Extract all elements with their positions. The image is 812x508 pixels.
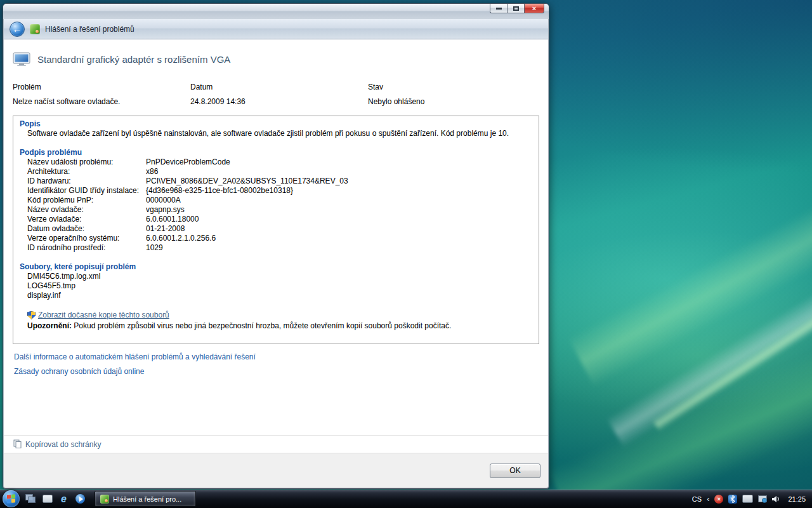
signature-label: Kód problému PnP: <box>27 196 146 205</box>
signature-row: ID národního prostředí: 1029 <box>27 243 532 253</box>
signature-label: Název události problému: <box>27 157 146 167</box>
status-value: Nebylo ohlášeno <box>368 97 539 106</box>
signature-value: PCI\VEN_8086&DEV_2A02&SUBSYS_110E1734&RE… <box>146 177 348 186</box>
taskbar-button-problem-reports[interactable]: Hlášení a řešení pro... <box>95 491 196 507</box>
close-icon: × <box>532 4 536 12</box>
column-headers: Problém Datum Stav <box>13 83 539 91</box>
signature-value: x86 <box>146 167 158 177</box>
back-arrow-icon: ← <box>13 23 22 34</box>
problem-row: Nelze načíst software ovladače. 24.8.200… <box>13 97 539 106</box>
view-copies-link[interactable]: Zobrazit dočasné kopie těchto souborů <box>38 311 169 320</box>
column-date: Datum <box>190 83 368 91</box>
uac-shield-icon <box>27 311 36 319</box>
signature-row: Název události problému: PnPDeviceProble… <box>27 157 532 167</box>
language-indicator[interactable]: CS <box>692 495 702 503</box>
navigation-bar: ← Hlášení a řešení problémů <box>4 19 548 39</box>
file-item: LOG45F5.tmp <box>27 281 532 291</box>
page-title: Standardní grafický adaptér s rozlišením… <box>37 54 230 65</box>
copy-to-clipboard-row: Kopírovat do schránky <box>4 435 548 453</box>
signature-label: ID národního prostředí: <box>27 243 146 253</box>
app-icon <box>30 24 40 34</box>
signature-value: 1029 <box>146 243 163 253</box>
volume-icon[interactable] <box>772 495 780 503</box>
system-tray: CS ‹ × 21:25 <box>692 494 812 504</box>
signature-value: {4d36e968-e325-11ce-bfc1-08002be10318} <box>146 186 293 196</box>
ok-button[interactable]: OK <box>490 464 540 478</box>
taskbar-button-label: Hlášení a řešení pro... <box>113 495 181 503</box>
aurora-streak <box>568 152 812 388</box>
minimize-icon <box>496 8 502 10</box>
description-heading: Popis <box>20 119 532 129</box>
problem-details-box: Popis Software ovladače zařízení byl úsp… <box>13 116 539 344</box>
description-text: Software ovladače zařízení byl úspěšně n… <box>27 129 532 138</box>
copy-icon <box>13 439 22 449</box>
back-button[interactable]: ← <box>10 22 25 37</box>
taskbar-clock[interactable]: 21:25 <box>788 495 806 503</box>
column-problem: Problém <box>13 83 190 91</box>
taskbar: e Hlášení a řešení pro... CS ‹ × 21:25 <box>0 490 812 508</box>
window-problem-reports: × ← Hlášení a řešení problémů <box>3 3 549 489</box>
problem-reports-icon <box>100 495 109 504</box>
keyboard-icon[interactable] <box>742 495 753 503</box>
signature-row: Verze ovladače: 6.0.6001.18000 <box>27 215 532 224</box>
close-button[interactable]: × <box>524 4 544 13</box>
window-title: Hlášení a řešení problémů <box>45 25 134 34</box>
date-value: 24.8.2009 14:36 <box>190 97 368 106</box>
warning-text: Upozornění: Pokud problém způsobil virus… <box>27 321 532 331</box>
quick-launch: e <box>25 493 86 504</box>
switch-windows-icon[interactable] <box>25 493 36 504</box>
security-alert-icon[interactable]: × <box>714 495 723 504</box>
signature-label: Název ovladače: <box>27 205 146 215</box>
signature-value: 6.0.6001.2.1.0.256.6 <box>146 234 216 243</box>
signature-value: PnPDeviceProblemCode <box>146 157 230 167</box>
signature-label: Verze operačního systému: <box>27 234 146 243</box>
signature-label: Architektura: <box>27 167 146 177</box>
copy-to-clipboard-link[interactable]: Kopírovat do schránky <box>25 440 101 449</box>
signature-label: ID hardwaru: <box>27 177 146 186</box>
privacy-link[interactable]: Zásady ochrany osobních údajů online <box>14 367 539 376</box>
maximize-button[interactable] <box>507 4 524 13</box>
page-header: Standardní grafický adaptér s rozlišením… <box>13 52 539 66</box>
hidden-icons-chevron[interactable]: ‹ <box>707 494 709 504</box>
signature-row: Architektura: x86 <box>27 167 532 177</box>
signature-label: Identifikátor GUID třídy instalace: <box>27 186 146 196</box>
signature-row: Identifikátor GUID třídy instalace: {4d3… <box>27 186 532 196</box>
bluetooth-icon[interactable] <box>728 495 737 504</box>
dialog-footer: OK <box>4 453 548 488</box>
signature-value: 0000000A <box>146 196 181 205</box>
file-item: DMI45C6.tmp.log.xml <box>27 272 532 281</box>
aurora-streak <box>652 274 812 431</box>
warning-label: Upozornění: <box>27 321 72 330</box>
signature-row: Verze operačního systému: 6.0.6001.2.1.0… <box>27 234 532 243</box>
main-content: Standardní grafický adaptér s rozlišením… <box>4 39 548 435</box>
signature-label: Datum ovladače: <box>27 224 146 234</box>
windows-flag-icon <box>7 494 15 503</box>
aurora-streak <box>548 299 812 508</box>
signature-row: Název ovladače: vgapnp.sys <box>27 205 532 215</box>
network-icon[interactable] <box>758 495 767 503</box>
signature-row: Datum ovladače: 01-21-2008 <box>27 224 532 234</box>
signature-row: ID hardwaru: PCI\VEN_8086&DEV_2A02&SUBSY… <box>27 177 532 186</box>
signature-heading: Podpis problému <box>20 148 532 157</box>
files-heading: Soubory, které popisují problém <box>20 262 532 272</box>
media-player-icon[interactable] <box>75 493 86 504</box>
internet-explorer-icon[interactable]: e <box>58 493 69 504</box>
display-adapter-icon <box>13 52 30 66</box>
signature-value: 01-21-2008 <box>146 224 185 234</box>
view-copies-row: Zobrazit dočasné kopie těchto souborů <box>27 311 532 320</box>
signature-value: 6.0.6001.18000 <box>146 215 199 224</box>
show-desktop-icon[interactable] <box>42 493 53 504</box>
start-button[interactable] <box>3 490 20 507</box>
maximize-icon <box>513 6 519 11</box>
aurora-streak <box>606 235 812 448</box>
signature-row: Kód problému PnP: 0000000A <box>27 196 532 205</box>
window-titlebar[interactable]: × <box>3 4 549 19</box>
column-status: Stav <box>368 83 539 91</box>
signature-value: vgapnp.sys <box>146 205 185 215</box>
file-item: display.inf <box>27 291 532 300</box>
more-info-link[interactable]: Další informace o automatickém hlášení p… <box>14 352 539 361</box>
desktop: × ← Hlášení a řešení problémů <box>0 0 812 508</box>
minimize-button[interactable] <box>490 4 507 13</box>
window-controls: × <box>490 4 544 13</box>
signature-label: Verze ovladače: <box>27 215 146 224</box>
